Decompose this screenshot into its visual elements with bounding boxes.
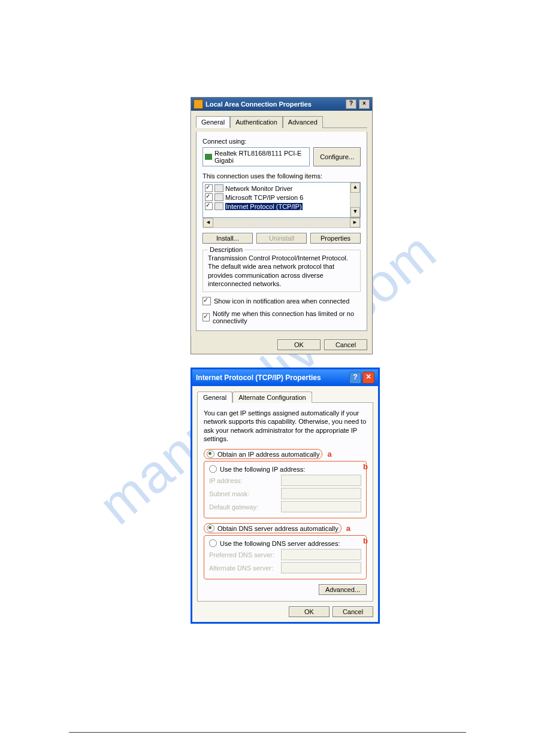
- tab-strip: General Authentication Advanced: [196, 116, 367, 128]
- subnet-label: Subnet mask:: [209, 490, 281, 497]
- list-item[interactable]: Network Monitor Driver: [204, 184, 359, 193]
- titlebar[interactable]: Internet Protocol (TCP/IP) Properties ? …: [192, 369, 378, 386]
- annotation-a: a: [346, 524, 350, 533]
- checkbox-label: Notify me when this connection has limit…: [213, 310, 361, 324]
- help-button[interactable]: ?: [349, 372, 361, 384]
- radio-label: Use the following IP address:: [220, 466, 305, 473]
- alt-dns-input: [281, 562, 361, 573]
- annotation-highlight: Use the following IP address: IP address…: [204, 461, 367, 518]
- pref-dns-input: [281, 549, 361, 560]
- connect-using-label: Connect using:: [202, 138, 361, 145]
- annotation-a: a: [327, 450, 331, 459]
- list-item-selected[interactable]: Internet Protocol (TCP/IP): [204, 202, 359, 211]
- pref-dns-label: Preferred DNS server:: [209, 551, 281, 558]
- radio-use-ip[interactable]: [209, 465, 217, 473]
- gateway-label: Default gateway:: [209, 503, 281, 511]
- description-text: Transmission Control Protocol/Internet P…: [208, 254, 355, 288]
- annotation-highlight: Use the following DNS server addresses: …: [204, 535, 367, 579]
- install-button[interactable]: Install...: [202, 233, 253, 244]
- ok-button[interactable]: OK: [277, 339, 321, 350]
- scroll-left-icon[interactable]: ◄: [203, 218, 213, 227]
- radio-auto-ip[interactable]: [207, 450, 214, 458]
- tcpip-properties-dialog: Internet Protocol (TCP/IP) Properties ? …: [191, 368, 380, 624]
- list-item[interactable]: Microsoft TCP/IP version 6: [204, 193, 359, 202]
- advanced-button[interactable]: Advanced...: [319, 584, 367, 595]
- description-group: Description Transmission Control Protoco…: [202, 250, 361, 292]
- item-label: Network Monitor Driver: [225, 185, 292, 192]
- checkbox-icon[interactable]: [202, 297, 211, 305]
- checkbox-icon[interactable]: [202, 313, 210, 321]
- item-label: Internet Protocol (TCP/IP): [225, 203, 303, 210]
- subnet-input: [281, 488, 361, 499]
- lan-properties-dialog: Local Area Connection Properties ? × Gen…: [191, 97, 373, 354]
- annotation-highlight: Obtain an IP address automatically: [204, 449, 322, 459]
- tab-strip: General Alternate Configuration: [197, 391, 373, 402]
- notify-limited-checkbox[interactable]: Notify me when this connection has limit…: [202, 310, 361, 324]
- titlebar[interactable]: Local Area Connection Properties ? ×: [191, 98, 372, 111]
- scroll-up-icon[interactable]: ▲: [350, 183, 360, 193]
- components-listbox[interactable]: Network Monitor Driver Microsoft TCP/IP …: [202, 182, 361, 218]
- properties-button[interactable]: Properties: [310, 233, 361, 244]
- items-label: This connection uses the following items…: [202, 172, 361, 180]
- horizontal-scrollbar[interactable]: ◄►: [202, 218, 361, 228]
- annotation-highlight: Obtain DNS server address automatically: [204, 523, 341, 533]
- checkbox-icon[interactable]: [205, 202, 213, 210]
- ip-address-label: IP address:: [209, 477, 281, 484]
- close-button[interactable]: ×: [359, 99, 370, 109]
- radio-label: Obtain DNS server address automatically: [217, 525, 338, 532]
- scroll-down-icon[interactable]: ▼: [350, 207, 360, 217]
- description-legend: Description: [208, 246, 244, 253]
- radio-use-dns[interactable]: [209, 539, 217, 547]
- checkbox-label: Show icon in notification area when conn…: [214, 297, 349, 305]
- checkbox-icon[interactable]: [205, 193, 213, 201]
- intro-text: You can get IP settings assigned automat…: [204, 409, 367, 443]
- help-button[interactable]: ?: [346, 99, 356, 109]
- radio-label: Obtain an IP address automatically: [217, 451, 319, 458]
- tab-alternate[interactable]: Alternate Configuration: [232, 391, 312, 403]
- tab-authentication[interactable]: Authentication: [230, 116, 283, 128]
- nic-icon: [205, 154, 212, 160]
- tab-general[interactable]: General: [196, 116, 230, 128]
- annotation-b: b: [363, 536, 368, 545]
- cancel-button[interactable]: Cancel: [324, 339, 367, 350]
- component-icon: [214, 193, 223, 201]
- radio-label: Use the following DNS server addresses:: [220, 540, 340, 547]
- tab-general[interactable]: General: [197, 391, 232, 403]
- alt-dns-label: Alternate DNS server:: [209, 564, 281, 572]
- uninstall-button: Uninstall: [256, 233, 307, 244]
- item-label: Microsoft TCP/IP version 6: [225, 194, 303, 201]
- component-icon: [214, 184, 223, 192]
- close-button[interactable]: ×: [362, 372, 374, 384]
- annotation-b: b: [363, 462, 368, 471]
- cancel-button[interactable]: Cancel: [333, 606, 373, 617]
- window-title: Internet Protocol (TCP/IP) Properties: [196, 374, 321, 382]
- adapter-name: Realtek RTL8168/8111 PCI-E Gigabi: [214, 150, 307, 164]
- gateway-input: [281, 501, 361, 512]
- component-icon: [214, 202, 223, 210]
- scroll-right-icon[interactable]: ►: [350, 218, 360, 227]
- vertical-scrollbar[interactable]: ▲▼: [350, 183, 360, 217]
- ip-address-input: [281, 475, 361, 486]
- tab-advanced[interactable]: Advanced: [283, 116, 323, 128]
- page-rule: [69, 732, 466, 733]
- ok-button[interactable]: OK: [289, 606, 330, 617]
- show-icon-checkbox[interactable]: Show icon in notification area when conn…: [202, 297, 361, 305]
- radio-auto-dns[interactable]: [207, 524, 214, 532]
- window-title: Local Area Connection Properties: [205, 101, 312, 108]
- adapter-field: Realtek RTL8168/8111 PCI-E Gigabi: [202, 147, 310, 166]
- checkbox-icon[interactable]: [205, 184, 213, 192]
- configure-button[interactable]: Configure...: [313, 147, 361, 166]
- window-icon: [194, 99, 203, 109]
